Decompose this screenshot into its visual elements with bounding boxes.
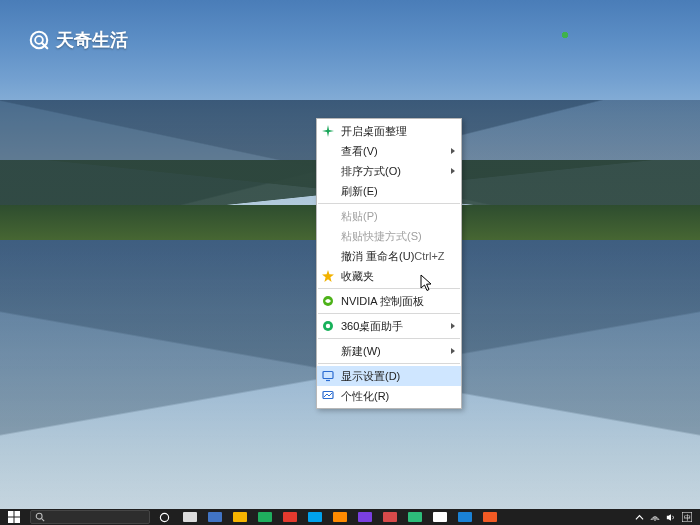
search-icon	[35, 512, 45, 522]
app-icon	[308, 512, 322, 522]
ime-icon[interactable]: 中	[682, 512, 692, 522]
app-icon	[208, 512, 222, 522]
chevron-up-icon[interactable]	[634, 512, 644, 522]
app-icon	[258, 512, 272, 522]
menu-item-label: 个性化(R)	[341, 389, 389, 404]
system-tray: 中	[634, 512, 700, 522]
taskbar-app-app-7[interactable]	[353, 509, 377, 525]
start-button[interactable]	[0, 509, 28, 525]
star-icon	[321, 269, 335, 283]
menu-item-undo-rename[interactable]: 撤消 重命名(U)Ctrl+Z	[317, 246, 461, 266]
app-icon	[283, 512, 297, 522]
app-icon	[383, 512, 397, 522]
menu-item-label: 粘贴快捷方式(S)	[341, 229, 422, 244]
taskbar-app-app-1[interactable]	[203, 509, 227, 525]
submenu-arrow-icon	[451, 323, 455, 329]
taskbar-app-app-3[interactable]	[253, 509, 277, 525]
nvidia-icon	[321, 294, 335, 308]
menu-item-label: 查看(V)	[341, 144, 378, 159]
svg-point-15	[160, 513, 168, 521]
menu-item-open-desktop-manage[interactable]: 开启桌面整理	[317, 121, 461, 141]
taskbar-pinned-apps	[178, 509, 502, 525]
submenu-arrow-icon	[451, 148, 455, 154]
volume-icon[interactable]	[666, 512, 676, 522]
taskbar-app-app-6[interactable]	[328, 509, 352, 525]
svg-rect-12	[15, 518, 21, 524]
svg-point-5	[326, 324, 330, 328]
menu-item-new[interactable]: 新建(W)	[317, 341, 461, 361]
svg-rect-11	[8, 518, 14, 524]
menu-item-paste-shortcut: 粘贴快捷方式(S)	[317, 226, 461, 246]
menu-item-label: 新建(W)	[341, 344, 381, 359]
360-icon	[321, 319, 335, 333]
submenu-arrow-icon	[451, 168, 455, 174]
menu-item-personalize[interactable]: 个性化(R)	[317, 386, 461, 406]
menu-item-label: 排序方式(O)	[341, 164, 401, 179]
taskbar-app-app-11[interactable]	[453, 509, 477, 525]
menu-item-label: 360桌面助手	[341, 319, 403, 334]
menu-separator	[318, 338, 460, 339]
taskbar-app-app-9[interactable]	[403, 509, 427, 525]
menu-separator	[318, 288, 460, 289]
monitor-icon	[321, 369, 335, 383]
menu-item-shortcut: Ctrl+Z	[414, 250, 444, 262]
cortana-icon	[159, 512, 170, 523]
app-icon	[483, 512, 497, 522]
app-icon	[233, 512, 247, 522]
app-icon	[408, 512, 422, 522]
menu-item-label: 收藏夹	[341, 269, 374, 284]
menu-item-label: 开启桌面整理	[341, 124, 407, 139]
app-icon	[333, 512, 347, 522]
desktop-background[interactable]: 天奇生活 开启桌面整理查看(V)排序方式(O)刷新(E)粘贴(P)粘贴快捷方式(…	[0, 0, 700, 525]
app-icon	[183, 512, 197, 522]
app-icon	[458, 512, 472, 522]
submenu-arrow-icon	[451, 348, 455, 354]
menu-item-nvidia[interactable]: NVIDIA 控制面板	[317, 291, 461, 311]
menu-item-favorites[interactable]: 收藏夹	[317, 266, 461, 286]
menu-separator	[318, 203, 460, 204]
paint-icon	[321, 389, 335, 403]
svg-point-13	[36, 513, 42, 519]
taskbar-app-app-12[interactable]	[478, 509, 502, 525]
taskbar-app-app-4[interactable]	[278, 509, 302, 525]
network-icon[interactable]	[650, 512, 660, 522]
menu-separator	[318, 363, 460, 364]
svg-rect-9	[8, 511, 14, 517]
menu-item-view[interactable]: 查看(V)	[317, 141, 461, 161]
cortana-button[interactable]	[152, 509, 176, 525]
search-box[interactable]	[30, 510, 150, 524]
desktop-context-menu: 开启桌面整理查看(V)排序方式(O)刷新(E)粘贴(P)粘贴快捷方式(S)撤消 …	[316, 118, 462, 409]
menu-item-display-settings[interactable]: 显示设置(D)	[317, 366, 461, 386]
menu-item-label: NVIDIA 控制面板	[341, 294, 424, 309]
svg-rect-10	[15, 511, 21, 517]
sparkle-icon	[321, 124, 335, 138]
taskbar-app-app-2[interactable]	[228, 509, 252, 525]
svg-line-14	[42, 519, 45, 522]
menu-item-label: 显示设置(D)	[341, 369, 400, 384]
menu-item-refresh[interactable]: 刷新(E)	[317, 181, 461, 201]
menu-item-sort[interactable]: 排序方式(O)	[317, 161, 461, 181]
taskbar: 中	[0, 509, 700, 525]
menu-item-360-wallpaper[interactable]: 360桌面助手	[317, 316, 461, 336]
windows-icon	[8, 511, 20, 523]
taskbar-app-app-8[interactable]	[378, 509, 402, 525]
svg-rect-6	[323, 372, 333, 379]
app-icon	[358, 512, 372, 522]
menu-item-label: 撤消 重命名(U)	[341, 249, 414, 264]
menu-item-paste: 粘贴(P)	[317, 206, 461, 226]
svg-text:中: 中	[684, 514, 691, 521]
taskbar-app-app-5[interactable]	[303, 509, 327, 525]
menu-item-label: 刷新(E)	[341, 184, 378, 199]
menu-separator	[318, 313, 460, 314]
taskbar-app-task-view[interactable]	[178, 509, 202, 525]
app-icon	[433, 512, 447, 522]
watermark-logo: 天奇生活	[28, 28, 128, 52]
svg-point-16	[654, 519, 656, 521]
taskbar-app-app-10[interactable]	[428, 509, 452, 525]
watermark-text: 天奇生活	[56, 28, 128, 52]
watermark-q-icon	[28, 29, 50, 51]
menu-item-label: 粘贴(P)	[341, 209, 378, 224]
